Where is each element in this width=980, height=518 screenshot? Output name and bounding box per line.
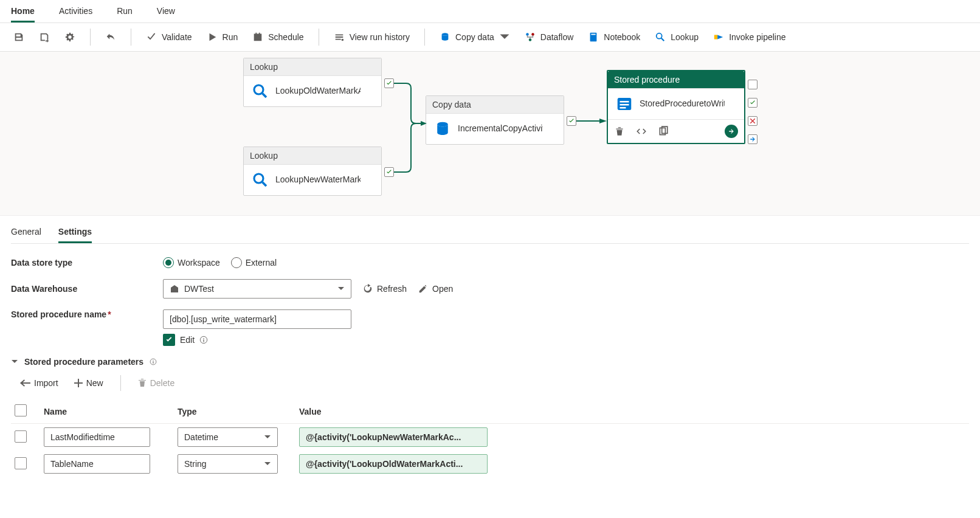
menu-item-run[interactable]: Run <box>117 6 133 22</box>
input-param-value[interactable]: @{activity('LookupOldWaterMarkActi... <box>299 454 488 474</box>
row-data-warehouse: Data Warehouse DWTest Refresh Open <box>11 279 969 299</box>
radio-external[interactable]: External <box>231 257 277 268</box>
refresh-button[interactable]: Refresh <box>362 283 407 294</box>
run-button[interactable]: Run <box>202 28 243 46</box>
svg-point-2 <box>526 33 529 36</box>
menu-item-view[interactable]: View <box>157 6 175 22</box>
node-lookup-new[interactable]: Lookup LookupNewWaterMarkActivity <box>243 147 382 196</box>
svg-rect-8 <box>714 35 717 39</box>
label-data-warehouse: Data Warehouse <box>11 284 163 294</box>
col-value: Value <box>295 399 969 424</box>
pipeline-canvas[interactable]: Lookup LookupOldWaterMarkActivity Lookup… <box>0 52 980 216</box>
save-as-icon <box>39 32 50 43</box>
code-icon[interactable] <box>636 126 647 137</box>
menu-item-home[interactable]: Home <box>11 6 35 22</box>
schedule-button[interactable]: Schedule <box>247 28 308 46</box>
undo-button[interactable] <box>100 28 121 46</box>
svg-point-9 <box>254 85 263 94</box>
refresh-icon <box>362 283 373 294</box>
new-label: New <box>86 378 103 388</box>
node-copy-data[interactable]: Copy data IncrementalCopyActivity <box>426 95 564 145</box>
node-status-check[interactable] <box>567 116 576 126</box>
node-status-check[interactable] <box>748 98 757 108</box>
node-status-check[interactable] <box>384 167 394 177</box>
go-button[interactable] <box>725 125 738 138</box>
checkbox-row[interactable] <box>15 430 27 443</box>
search-icon <box>655 32 666 43</box>
svg-point-4 <box>529 38 532 41</box>
search-icon <box>251 82 269 100</box>
chevron-down-icon <box>11 358 18 365</box>
separator <box>131 29 131 46</box>
svg-point-3 <box>531 33 534 36</box>
section-sproc-params-label: Stored procedure parameters <box>24 357 143 367</box>
delete-icon[interactable] <box>614 126 625 137</box>
input-param-name[interactable]: TableName <box>44 454 150 474</box>
delete-button[interactable]: Delete <box>138 378 174 388</box>
view-run-history-button[interactable]: View run history <box>329 28 415 46</box>
node-title: IncrementalCopyActivity <box>458 123 543 134</box>
svg-rect-13 <box>620 101 629 103</box>
input-sproc-name[interactable]: [dbo].[usp_write_watermark] <box>163 309 351 329</box>
dataflow-button[interactable]: Dataflow <box>520 28 578 46</box>
node-status-check[interactable] <box>384 78 394 88</box>
node-stored-procedure[interactable]: Stored procedure StoredProceduretoWriteW… <box>607 70 745 144</box>
section-sproc-params[interactable]: Stored procedure parameters <box>11 357 969 367</box>
database-icon <box>440 32 450 43</box>
trash-icon <box>138 378 147 388</box>
select-param-type[interactable]: Datetime <box>178 427 278 447</box>
invoke-pipeline-button[interactable]: Invoke pipeline <box>708 28 790 46</box>
notebook-label: Notebook <box>604 32 640 42</box>
select-data-warehouse-value: DWTest <box>184 284 214 294</box>
checkbox-edit[interactable] <box>163 334 175 346</box>
node-status-option[interactable] <box>748 80 757 89</box>
view-run-history-label: View run history <box>350 32 410 42</box>
info-icon[interactable] <box>150 358 157 365</box>
refresh-label: Refresh <box>377 284 407 294</box>
edit-icon <box>418 283 429 294</box>
menu-bar: Home Activities Run View <box>0 0 980 23</box>
import-icon <box>19 379 30 387</box>
new-button[interactable]: New <box>74 378 103 388</box>
separator <box>319 29 319 46</box>
tab-settings[interactable]: Settings <box>58 222 92 243</box>
save-as-button[interactable] <box>34 28 55 46</box>
copy-data-button[interactable]: Copy data <box>435 28 515 46</box>
import-button[interactable]: Import <box>19 378 58 388</box>
validate-label: Validate <box>162 32 192 42</box>
notebook-button[interactable]: Notebook <box>583 28 645 46</box>
info-icon[interactable] <box>199 336 208 344</box>
chevron-down-icon <box>264 460 271 468</box>
calendar-icon <box>252 32 263 43</box>
open-button[interactable]: Open <box>418 283 453 294</box>
settings-button[interactable] <box>60 28 80 46</box>
tab-general[interactable]: General <box>11 222 41 243</box>
search-icon <box>251 171 269 189</box>
copy-icon[interactable] <box>658 126 669 137</box>
dataflow-label: Dataflow <box>540 32 573 42</box>
validate-button[interactable]: Validate <box>141 28 197 46</box>
panel-tabs: General Settings <box>11 222 969 244</box>
notebook-icon <box>588 32 599 43</box>
play-icon <box>207 32 218 43</box>
chevron-down-icon <box>264 433 271 441</box>
gear-icon <box>64 32 75 43</box>
database-icon <box>433 120 452 138</box>
node-status-skip[interactable] <box>748 134 757 144</box>
input-param-name[interactable]: LastModifiedtime <box>44 427 150 447</box>
save-button[interactable] <box>9 28 29 46</box>
radio-workspace[interactable]: Workspace <box>163 257 220 268</box>
open-label: Open <box>432 284 453 294</box>
checkbox-select-all[interactable] <box>15 404 27 416</box>
input-param-value[interactable]: @{activity('LookupNewWaterMarkAc... <box>299 427 488 447</box>
menu-item-activities[interactable]: Activities <box>59 6 92 22</box>
radio-workspace-label: Workspace <box>178 258 220 268</box>
col-type: Type <box>174 399 295 424</box>
node-lookup-old[interactable]: Lookup LookupOldWaterMarkActivity <box>243 58 382 107</box>
select-param-type[interactable]: String <box>178 454 278 474</box>
select-data-warehouse[interactable]: DWTest <box>163 279 351 299</box>
node-status-fail[interactable] <box>748 116 757 126</box>
lookup-button[interactable]: Lookup <box>650 28 703 46</box>
checkbox-row[interactable] <box>15 457 27 469</box>
dataflow-icon <box>525 32 536 43</box>
